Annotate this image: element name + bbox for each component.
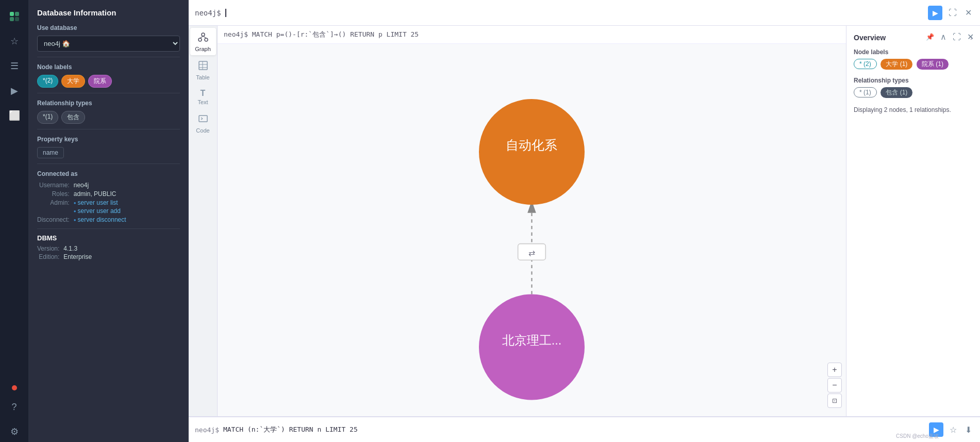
rel-type-all[interactable]: *(1) bbox=[37, 111, 58, 124]
bottom-query-bar: neo4j$ MATCH (n:`大学`) RETURN n LIMIT 25 … bbox=[189, 416, 980, 442]
bottom-star-button[interactable]: ☆ bbox=[948, 423, 959, 437]
expand-result-up-button[interactable]: ∧ bbox=[938, 30, 949, 44]
result-toolbar: 📌 ∧ ⛶ ✕ bbox=[924, 30, 976, 44]
sidebar: Database Information Use database neo4j … bbox=[29, 0, 189, 442]
svg-line-7 bbox=[200, 36, 203, 38]
bottom-watermark: CSDN @echo蓝坡 bbox=[896, 433, 939, 440]
star-nav-icon[interactable]: ☆ bbox=[4, 31, 25, 52]
main-content: neo4j$ ▶ ⛶ ✕ neo4j$ MATCH p=()-[r:`包含`]→… bbox=[189, 0, 980, 442]
help-nav-icon[interactable]: ? bbox=[4, 397, 25, 417]
svg-rect-9 bbox=[199, 61, 207, 70]
node-label-department[interactable]: 院系 bbox=[88, 75, 112, 88]
rel-type-contains[interactable]: 包含 bbox=[61, 111, 85, 124]
tab-table-label: Table bbox=[196, 74, 209, 80]
svg-line-15 bbox=[201, 119, 203, 120]
ov-tag-all[interactable]: * (2) bbox=[854, 59, 877, 69]
play-nav-icon[interactable]: ▶ bbox=[4, 80, 25, 101]
bottom-query-text: MATCH (n:`大学`) RETURN n LIMIT 25 bbox=[223, 425, 358, 434]
bottom-query-prompt: neo4j$ bbox=[195, 426, 219, 434]
version-label: Version: bbox=[37, 245, 59, 252]
svg-point-4 bbox=[202, 33, 205, 36]
dbms-grid: Version: 4.1.3 Edition: Enterprise bbox=[37, 245, 180, 260]
svg-rect-3 bbox=[15, 17, 19, 21]
svg-point-5 bbox=[198, 38, 202, 41]
ov-rel-tags: * (1) 包含 (1) bbox=[854, 87, 973, 100]
zoom-out-button[interactable]: − bbox=[827, 378, 842, 392]
run-query-button[interactable]: ▶ bbox=[928, 6, 942, 20]
graph-tab-icon bbox=[192, 32, 214, 45]
zoom-fit-button[interactable]: ⊡ bbox=[827, 394, 842, 408]
status-dot bbox=[12, 385, 17, 390]
ov-node-tags: * (2) 大学 (1) 院系 (1) bbox=[854, 59, 973, 72]
pin-result-button[interactable]: 📌 bbox=[924, 30, 936, 44]
sidebar-title: Database Information bbox=[37, 8, 180, 17]
top-query-bar: neo4j$ ▶ ⛶ ✕ bbox=[189, 0, 980, 26]
overview-panel: Overview › Node labels * (2) 大学 (1) 院系 (… bbox=[846, 26, 980, 416]
graph-svg: ⇄ 自动化系 北京理工... bbox=[218, 26, 846, 416]
connected-as-label: Connected as bbox=[37, 170, 180, 177]
ov-rel-types-label: Relationship types bbox=[854, 77, 973, 84]
svg-text:自动化系: 自动化系 bbox=[506, 138, 558, 152]
tab-code[interactable]: Code bbox=[190, 109, 216, 137]
query-cursor bbox=[225, 9, 226, 17]
roles-value: admin, PUBLIC bbox=[74, 190, 180, 198]
svg-rect-0 bbox=[10, 12, 14, 16]
node-labels-label: Node labels bbox=[37, 63, 180, 71]
dbms-section: DBMS Version: 4.1.3 Edition: Enterprise bbox=[37, 234, 180, 260]
use-database-label: Use database bbox=[37, 24, 180, 31]
tab-text[interactable]: T Text bbox=[190, 85, 216, 108]
database-select[interactable]: neo4j 🏠 bbox=[37, 36, 180, 52]
logo-icon[interactable] bbox=[4, 6, 25, 27]
relationship-tags: *(1) 包含 bbox=[37, 111, 180, 124]
monitor-nav-icon[interactable]: ⬜ bbox=[4, 105, 25, 126]
svg-rect-1 bbox=[15, 12, 19, 16]
ov-rel-tag-all[interactable]: * (1) bbox=[854, 87, 877, 97]
username-label: Username: bbox=[37, 182, 70, 189]
svg-line-8 bbox=[203, 36, 206, 38]
roles-label: Roles: bbox=[37, 190, 70, 198]
code-tab-icon bbox=[192, 113, 214, 126]
node-label-all[interactable]: *(2) bbox=[37, 75, 58, 88]
svg-text:⇄: ⇄ bbox=[528, 249, 535, 257]
table-tab-icon bbox=[192, 60, 214, 73]
expand-query-button[interactable]: ⛶ bbox=[946, 6, 959, 20]
graph-canvas[interactable]: ⇄ 自动化系 北京理工... bbox=[218, 26, 846, 416]
dbms-title: DBMS bbox=[37, 234, 180, 242]
overview-stat: Displaying 2 nodes, 1 relationships. bbox=[854, 106, 973, 113]
result-panel: neo4j$ MATCH p=()-[r:`包含`]→() RETURN p L… bbox=[189, 26, 980, 416]
tab-table[interactable]: Table bbox=[190, 56, 216, 84]
ov-rel-tag-contains[interactable]: 包含 (1) bbox=[881, 87, 912, 98]
property-name[interactable]: name bbox=[37, 147, 64, 158]
close-query-button[interactable]: ✕ bbox=[963, 6, 974, 20]
document-nav-icon[interactable]: ☰ bbox=[4, 56, 25, 76]
connected-as-grid: Username: neo4j Roles: admin, PUBLIC Adm… bbox=[37, 182, 180, 223]
tab-code-label: Code bbox=[196, 127, 209, 134]
svg-rect-2 bbox=[10, 17, 14, 21]
zoom-in-button[interactable]: + bbox=[827, 363, 842, 377]
settings-nav-icon[interactable]: ⚙ bbox=[4, 421, 25, 442]
node-label-university[interactable]: 大学 bbox=[61, 75, 85, 88]
admin-links: server user list server user add bbox=[74, 199, 180, 215]
svg-rect-13 bbox=[199, 116, 207, 122]
admin-label: Admin: bbox=[37, 199, 70, 215]
server-user-list-link[interactable]: server user list bbox=[74, 199, 180, 206]
result-query-line: neo4j$ MATCH p=()-[r:`包含`]→() RETURN p L… bbox=[218, 26, 846, 44]
bottom-download-button[interactable]: ⬇ bbox=[963, 423, 974, 437]
close-result-button[interactable]: ✕ bbox=[965, 30, 976, 44]
tab-text-label: Text bbox=[197, 99, 208, 105]
tab-graph-label: Graph bbox=[195, 46, 211, 52]
ov-tag-university[interactable]: 大学 (1) bbox=[881, 59, 912, 70]
zoom-controls: + − ⊡ bbox=[827, 363, 842, 408]
overview-title-text: Overview bbox=[854, 34, 886, 42]
disconnect-links: server disconnect bbox=[74, 216, 180, 223]
server-disconnect-link[interactable]: server disconnect bbox=[74, 216, 180, 223]
disconnect-label: Disconnect: bbox=[37, 216, 70, 223]
ov-tag-department[interactable]: 院系 (1) bbox=[917, 59, 949, 70]
expand-result-button[interactable]: ⛶ bbox=[951, 30, 963, 44]
edition-value: Enterprise bbox=[63, 253, 180, 260]
property-keys-label: Property keys bbox=[37, 136, 180, 143]
relationship-types-label: Relationship types bbox=[37, 100, 180, 107]
server-user-add-link[interactable]: server user add bbox=[74, 207, 180, 215]
text-tab-icon: T bbox=[192, 89, 214, 98]
tab-graph[interactable]: Graph bbox=[190, 28, 216, 55]
